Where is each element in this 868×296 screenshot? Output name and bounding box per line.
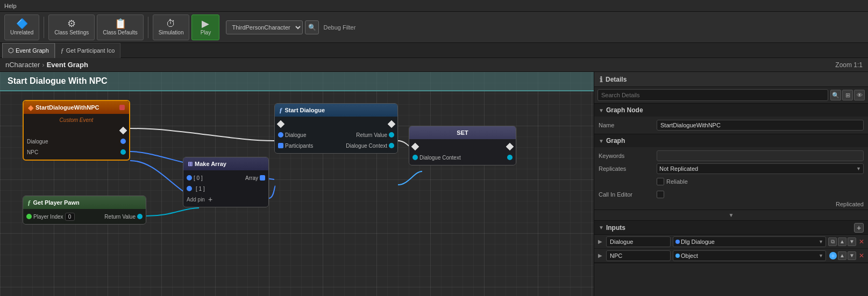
dialogue-out-pin[interactable] <box>120 139 126 144</box>
node-set: SET Dialogue Context <box>409 126 516 165</box>
prop-name-value[interactable]: StartDialogueWithNPC <box>657 120 864 131</box>
exec-out-pin[interactable] <box>119 127 127 134</box>
input-npc-type[interactable]: Object ▼ <box>673 250 826 261</box>
panel-eye-btn[interactable]: 👁 <box>854 90 865 100</box>
prop-replicates-row: Replicates Not Replicated ▼ <box>594 162 868 175</box>
custom-event-subtitle: Custom Event <box>24 116 129 125</box>
make-array-icon: ⊞ <box>188 161 193 168</box>
toolbar: 🔷 Unrelated ⚙ Class Settings 📋 Class Def… <box>0 12 868 43</box>
toolbar-unrelated-btn[interactable]: 🔷 Unrelated <box>4 15 39 40</box>
input-row-npc: ▶ Object ▼ ○ ▲ ▼ ✕ <box>594 249 868 263</box>
prop-reliable-checkbox[interactable] <box>657 178 664 185</box>
sd-dialogue-in[interactable] <box>278 132 283 138</box>
tab-event-graph[interactable]: ⬡ Event Graph <box>2 43 55 58</box>
panel-header: ℹ Details <box>594 72 868 87</box>
panel-title: Details <box>606 76 627 83</box>
input-dialogue-up-btn[interactable]: ▲ <box>838 237 846 246</box>
toolbar-sep-1 <box>44 17 44 38</box>
input-dialogue-down-btn[interactable]: ▼ <box>848 237 856 246</box>
node-get-player-pawn: ƒ Get Player Pawn Player Index 0 Return … <box>23 196 146 225</box>
tab-get-participant[interactable]: ƒ Get Participant Ico <box>55 43 121 58</box>
sd-participants-in[interactable] <box>278 143 283 148</box>
array-item-0-row: [ 0 ] Array <box>183 172 268 183</box>
input-dialogue-type[interactable]: Dlg Dialogue ▼ <box>673 236 826 247</box>
class-defaults-btn[interactable]: 📋 Class Defaults <box>97 15 143 40</box>
simulation-icon: ⏱ <box>166 19 176 28</box>
expand-section[interactable]: ▼ <box>594 210 868 221</box>
menu-help[interactable]: Help <box>4 3 17 9</box>
node-start-dialogue: ƒ Start Dialogue Dialogue Return Value <box>274 103 398 154</box>
panel-search-bar: 🔍 ⊞ 👁 <box>594 87 868 104</box>
section-graph-body: Keywords Replicates Not Replicated ▼ <box>594 147 868 210</box>
input-dialogue-copy-btn[interactable]: ⧉ <box>828 237 837 246</box>
set-body: Dialogue Context <box>409 139 516 165</box>
debug-search-btn[interactable]: 🔍 <box>305 20 319 34</box>
debug-filter-label: Debug Filter <box>323 24 355 31</box>
input-npc-up-btn[interactable]: ▲ <box>838 251 846 260</box>
prop-name-row: Name StartDialogueWithNPC <box>594 119 868 132</box>
panel-search-btn[interactable]: 🔍 <box>830 90 841 100</box>
debug-filter: ThirdPersonCharacter 🔍 Debug Filter <box>226 20 355 34</box>
sd-return-value[interactable] <box>389 132 394 138</box>
add-pin-icon: + <box>208 195 212 204</box>
set-context-in[interactable] <box>412 155 418 160</box>
prop-call-in-editor-checkbox[interactable] <box>657 191 664 198</box>
custom-event-close[interactable] <box>119 105 125 110</box>
get-player-pawn-header: ƒ Get Player Pawn <box>23 196 146 209</box>
input-npc-name[interactable] <box>606 250 671 261</box>
add-input-btn[interactable]: + <box>854 223 864 233</box>
menu-bar: Help <box>0 0 868 12</box>
class-settings-icon: ⚙ <box>67 19 76 28</box>
return-value-pin[interactable] <box>137 214 143 219</box>
event-graph-icon: ⬡ <box>8 47 13 54</box>
breadcrumb-parent[interactable]: nCharacter <box>5 61 40 69</box>
start-dialogue-exec-in[interactable] <box>277 120 284 128</box>
add-pin-row[interactable]: Add pin + <box>183 194 268 205</box>
start-dialogue-body: Dialogue Return Value Participants Dialo… <box>275 117 397 153</box>
npc-out-pin[interactable] <box>120 149 126 155</box>
set-exec-in[interactable] <box>411 143 419 150</box>
input-row-dialogue: ▶ Dlg Dialogue ▼ ⧉ ▲ ▼ ✕ <box>594 235 868 249</box>
array-item-0-pin[interactable] <box>187 175 192 181</box>
breadcrumb-separator: › <box>42 61 44 69</box>
section-graph-node: ▼ Graph Node Name StartDialogueWithNPC <box>594 104 868 134</box>
inputs-chevron: ▼ <box>599 225 604 230</box>
array-out-pin[interactable] <box>260 175 265 181</box>
canvas-area[interactable]: Start Dialogue With NPC ◆ StartDialogueW… <box>0 72 594 296</box>
play-btn[interactable]: ▶ Play <box>191 15 219 40</box>
input-dialogue-delete-btn[interactable]: ✕ <box>857 237 866 246</box>
function-title: Start Dialogue With NPC <box>8 76 108 86</box>
main-area: Start Dialogue With NPC ◆ StartDialogueW… <box>0 72 868 296</box>
sd-dialogue-context[interactable] <box>389 143 394 148</box>
prop-replicates-dropdown[interactable]: Not Replicated ▼ <box>657 163 864 174</box>
input-npc-delete-btn[interactable]: ✕ <box>857 251 866 260</box>
toolbar-sep-2 <box>148 17 148 38</box>
return-value-right: Return Value <box>104 214 143 220</box>
player-index-pin[interactable] <box>26 214 32 219</box>
debug-dropdown[interactable]: ThirdPersonCharacter <box>226 20 303 34</box>
array-item-1-pin[interactable] <box>187 186 192 191</box>
set-context-out[interactable] <box>507 155 513 160</box>
breadcrumb: nCharacter › Event Graph <box>5 61 88 69</box>
player-index-value[interactable]: 0 <box>65 213 75 221</box>
section-graph-node-header[interactable]: ▼ Graph Node <box>594 104 868 117</box>
player-index-left: Player Index 0 <box>26 213 75 221</box>
set-header: SET <box>409 126 516 139</box>
class-settings-btn[interactable]: ⚙ Class Settings <box>48 15 95 40</box>
class-defaults-icon: 📋 <box>115 19 126 28</box>
input-npc-expand[interactable]: ▶ <box>596 252 604 259</box>
add-pin-label: Add pin <box>187 197 205 203</box>
start-dialogue-exec-out[interactable] <box>388 120 395 128</box>
simulation-btn[interactable]: ⏱ Simulation <box>153 15 190 40</box>
custom-event-body: Custom Event Dialogue NPC <box>24 114 129 160</box>
panel-layout-btn[interactable]: ⊞ <box>842 90 853 100</box>
prop-keywords-value[interactable] <box>657 150 864 161</box>
set-exec-out[interactable] <box>506 143 514 150</box>
input-dialogue-name[interactable] <box>606 236 671 247</box>
input-npc-down-btn[interactable]: ▼ <box>848 251 856 260</box>
get-player-pawn-body: Player Index 0 Return Value <box>23 209 146 224</box>
panel-search-input[interactable] <box>597 89 828 101</box>
input-dialogue-expand[interactable]: ▶ <box>596 238 604 246</box>
section-graph-header[interactable]: ▼ Graph <box>594 134 868 147</box>
npc-type-dot <box>675 254 680 258</box>
